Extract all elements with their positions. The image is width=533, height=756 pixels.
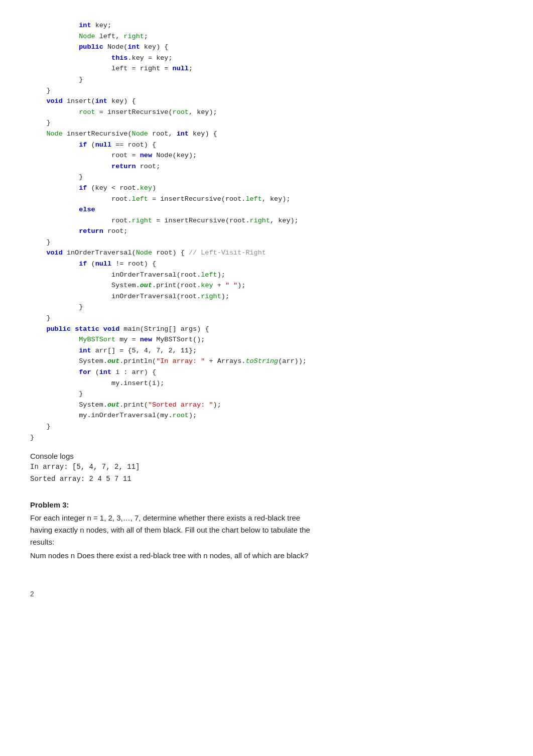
code-line: } xyxy=(30,389,503,400)
code-line: inOrderTraversal(root.left); xyxy=(30,270,503,281)
page-container: int key; Node left, right; public Node(i… xyxy=(30,20,503,598)
code-line: this.key = key; xyxy=(30,53,503,64)
code-line: } xyxy=(30,172,503,183)
code-line: else xyxy=(30,204,503,215)
code-line: inOrderTraversal(root.right); xyxy=(30,291,503,302)
code-line: System.out.print(root.key + " "); xyxy=(30,280,503,291)
code-line: left = right = null; xyxy=(30,63,503,74)
code-line: return root; xyxy=(30,226,503,237)
code-line: public Node(int key) { xyxy=(30,42,503,53)
problem3-description: For each integer n = 1, 2, 3,…, 7, deter… xyxy=(30,512,503,548)
code-line: root = new Node(key); xyxy=(30,150,503,161)
code-line: } xyxy=(30,85,503,96)
code-line: } xyxy=(30,302,503,313)
page-number: 2 xyxy=(30,590,34,598)
code-line: my.insert(i); xyxy=(30,378,503,389)
console-line: In array: [5, 4, 7, 2, 11] xyxy=(30,461,503,473)
console-line: Sorted array: 2 4 5 7 11 xyxy=(30,473,503,485)
code-line: if (key < root.key) xyxy=(30,183,503,194)
code-line: MyBSTSort my = new MyBSTSort(); xyxy=(30,334,503,345)
console-section: Console logs In array: [5, 4, 7, 2, 11]S… xyxy=(30,452,503,485)
problem3-section: Problem 3: For each integer n = 1, 2, 3,… xyxy=(30,500,503,560)
table-header: Num nodes n Does there exist a red-black… xyxy=(30,551,503,560)
code-line: System.out.print("Sorted array: "); xyxy=(30,400,503,411)
code-line: for (int i : arr) { xyxy=(30,367,503,378)
code-line: void inOrderTraversal(Node root) { // Le… xyxy=(30,247,503,259)
page-footer: 2 xyxy=(30,590,503,598)
code-line: my.inOrderTraversal(my.root); xyxy=(30,410,503,421)
problem3-title: Problem 3: xyxy=(30,500,503,509)
code-block: int key; Node left, right; public Node(i… xyxy=(30,20,503,443)
code-line: root.right = insertRecursive(root.right,… xyxy=(30,215,503,226)
console-output: In array: [5, 4, 7, 2, 11]Sorted array: … xyxy=(30,461,503,485)
code-line: void insert(int key) { xyxy=(30,96,503,107)
code-line: int arr[] = {5, 4, 7, 2, 11}; xyxy=(30,345,503,356)
code-line: if (null != root) { xyxy=(30,259,503,270)
code-line: } xyxy=(30,432,503,443)
code-line: root = insertRecursive(root, key); xyxy=(30,107,503,118)
code-line: Node insertRecursive(Node root, int key)… xyxy=(30,129,503,140)
code-line: return root; xyxy=(30,161,503,172)
code-line: System.out.println("In array: " + Arrays… xyxy=(30,356,503,367)
code-line: } xyxy=(30,74,503,85)
code-line: } xyxy=(30,237,503,248)
code-line: } xyxy=(30,117,503,129)
code-line: root.left = insertRecursive(root.left, k… xyxy=(30,194,503,205)
code-line: if (null == root) { xyxy=(30,140,503,151)
code-line: } xyxy=(30,421,503,432)
code-line: int key; xyxy=(30,20,503,31)
console-label: Console logs xyxy=(30,452,503,460)
code-line: } xyxy=(30,313,503,324)
code-line: public static void main(String[] args) { xyxy=(30,324,503,335)
code-line: Node left, right; xyxy=(30,31,503,42)
